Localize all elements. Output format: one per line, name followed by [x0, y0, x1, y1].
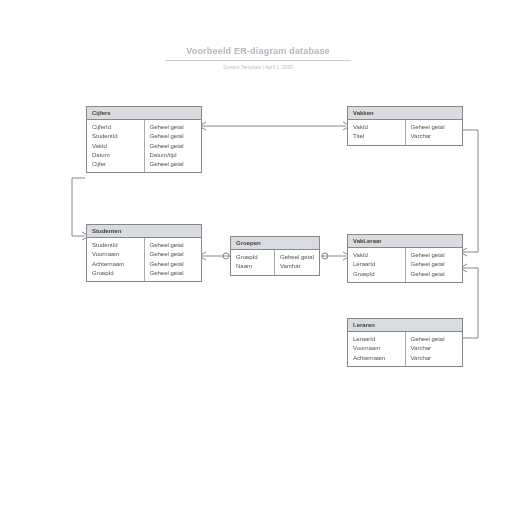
entity-studenten-fields: StudentId Voornaam Achternaam GroepId	[87, 238, 145, 281]
entity-studenten-types: Geheel getal Geheel getal Geheel getal G…	[145, 238, 202, 281]
diagram-canvas: Cijfers CijferId StudentId VakId Datum C…	[0, 0, 516, 516]
entity-groepen-title: Groepen	[231, 237, 319, 250]
entity-vakken: Vakken VakId Titel Geheel getal Varchar	[347, 106, 463, 146]
entity-vakleraar: VakLeraar VakId LeraarId GroepId Geheel …	[347, 234, 463, 283]
entity-groepen: Groepen GroepId Naam Geheel getal Varcha…	[230, 236, 320, 276]
svg-point-1	[322, 253, 328, 259]
entity-vakken-title: Vakken	[348, 107, 462, 120]
entity-studenten: Studenten StudentId Voornaam Achternaam …	[86, 224, 202, 282]
entity-vakken-types: Geheel getal Varchar	[406, 120, 463, 145]
entity-studenten-title: Studenten	[87, 225, 201, 238]
svg-point-0	[223, 253, 229, 259]
entity-groepen-fields: GroepId Naam	[231, 250, 275, 275]
entity-cijfers-title: Cijfers	[87, 107, 201, 120]
entity-leraren-title: Leraren	[348, 319, 462, 332]
entity-vakken-fields: VakId Titel	[348, 120, 406, 145]
entity-vakleraar-fields: VakId LeraarId GroepId	[348, 248, 406, 282]
entity-cijfers-types: Geheel getal Geheel getal Geheel getal D…	[145, 120, 202, 172]
entity-cijfers-fields: CijferId StudentId VakId Datum Cijfer	[87, 120, 145, 172]
entity-vakleraar-title: VakLeraar	[348, 235, 462, 248]
entity-leraren-fields: LeraarId Voornaam Achternaam	[348, 332, 406, 366]
entity-vakleraar-types: Geheel getal Geheel getal Geheel getal	[406, 248, 463, 282]
entity-cijfers: Cijfers CijferId StudentId VakId Datum C…	[86, 106, 202, 173]
entity-groepen-types: Geheel getal Varchar	[275, 250, 319, 275]
entity-leraren-types: Geheel getal Varchar Varchar	[406, 332, 463, 366]
entity-leraren: Leraren LeraarId Voornaam Achternaam Geh…	[347, 318, 463, 367]
